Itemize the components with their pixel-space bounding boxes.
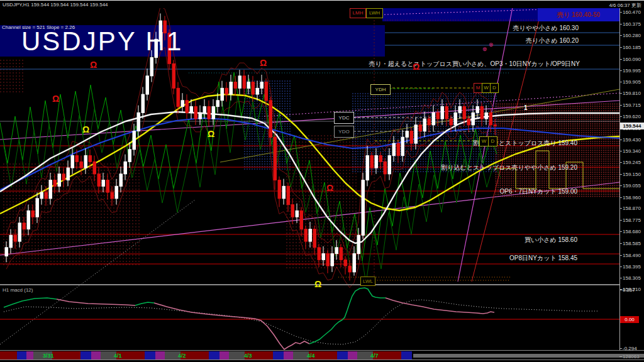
chart-shape <box>216 101 219 107</box>
chart-shape <box>375 156 378 168</box>
chart-shape <box>265 82 268 101</box>
price-axis-label: 158.960 <box>623 195 641 200</box>
chart-shape <box>476 107 479 113</box>
chart-shape <box>340 248 343 260</box>
price-axis-label: 159.340 <box>623 148 641 154</box>
chart-shape <box>256 88 259 94</box>
price-annotation: 売りやや小さめ 160.30 <box>513 24 579 33</box>
price-axis-label: 158.775 <box>623 217 641 223</box>
price-axis-label: 160.470 <box>623 9 641 15</box>
level-tag-lwh: LWH <box>366 8 383 18</box>
panel-separator <box>0 284 644 285</box>
chart-shape <box>93 162 96 174</box>
candle <box>278 177 281 207</box>
level-tag-w: W <box>479 136 489 146</box>
chart-shape <box>335 248 338 254</box>
chart-shape <box>480 107 484 119</box>
price-axis-label: 159.905 <box>623 79 641 85</box>
chart-shape <box>252 82 255 95</box>
omega-marker-red: Ω <box>90 60 97 70</box>
price-axis-label: 160.375 <box>623 21 641 27</box>
macd-zero-tag: 0.00 <box>620 316 639 323</box>
chart-shape <box>384 162 387 174</box>
price-axis-label: 159.245 <box>623 160 641 165</box>
chart-shape <box>203 107 206 113</box>
chart-shape <box>309 229 312 242</box>
timeline-segment <box>155 351 165 359</box>
level-tag-ydc: YDC <box>334 112 354 124</box>
chart-shape <box>150 58 153 76</box>
chart-shape <box>208 107 211 119</box>
chart-shape <box>287 186 290 204</box>
timeline-date-label: 3/31 <box>43 353 54 359</box>
chart-shape <box>454 112 457 125</box>
omega-marker-red: Ω <box>326 183 333 193</box>
candle <box>199 106 202 125</box>
chart-shape <box>23 223 26 229</box>
timeline-date-label: 4/2 <box>178 353 186 359</box>
macd-axis-bottom: -0.294 <box>623 346 637 351</box>
chart-shape <box>344 260 347 266</box>
timeline-segment <box>219 351 229 359</box>
timeline-date-label: 4/4 <box>307 353 315 359</box>
omega-marker-yellow: Ω <box>314 279 321 289</box>
chart-shape <box>142 94 145 112</box>
price-axis-label: 159.620 <box>623 114 641 119</box>
timeline-segment <box>209 351 219 359</box>
chart-shape <box>221 88 224 101</box>
symbol-ohlc-readout: USDJPY,H1 159.544 159.544 159.544 159.54… <box>3 2 108 8</box>
timeline-date-label: 4/1 <box>114 353 122 359</box>
macd-axis-extra: 128063 <box>623 354 640 359</box>
sell-zone-label: 売り 160.40-50 <box>538 8 619 21</box>
timeline-segment <box>52 351 80 359</box>
chart-shape <box>463 107 466 119</box>
chart-shape <box>419 125 422 131</box>
chart-shape <box>49 180 52 199</box>
wave-count-label: 1 <box>524 104 528 111</box>
chart-shape <box>230 82 233 95</box>
candle <box>221 81 224 107</box>
chart-shape <box>494 125 497 126</box>
candle <box>208 101 211 126</box>
chart-shape <box>326 254 330 266</box>
chart-shape <box>124 162 127 174</box>
candle <box>181 93 184 112</box>
current-price-tag: 159.544 <box>620 123 644 129</box>
chart-shape <box>489 112 492 125</box>
timeline-segment <box>80 351 91 359</box>
omega-marker-red: Ω <box>52 94 59 104</box>
price-annotation: OP8日NYカット 158.45 <box>509 254 577 263</box>
macd-main-line <box>57 299 135 305</box>
timeline-segment <box>145 351 155 359</box>
chart-shape <box>133 131 136 150</box>
chart-shape <box>80 162 83 168</box>
candle <box>238 70 242 94</box>
timeline-segment <box>229 351 245 359</box>
omega-marker-yellow: Ω <box>82 124 89 134</box>
chart-shape <box>84 156 87 168</box>
circle-x-marker: ⊗ <box>482 46 487 52</box>
chart-shape <box>181 101 184 107</box>
price-axis-label: 158.490 <box>623 253 641 258</box>
chart-shape <box>304 229 308 242</box>
title-bar: USDJPY,H1 159.544 159.544 159.544 159.54… <box>0 0 644 8</box>
channel-info-text: Channel size = 521 Slope = 2.26 <box>2 25 75 30</box>
candle <box>362 173 365 239</box>
price-annotation: 売り小さめ 160.20 <box>526 36 579 45</box>
timeline-segment <box>26 351 33 359</box>
chart-shape <box>401 137 404 155</box>
omega-marker-yellow: Ω <box>208 129 214 139</box>
chart-shape <box>458 107 462 113</box>
chart-shape <box>445 107 448 119</box>
chart-shape <box>291 205 294 217</box>
price-axis[interactable]: 160.470160.375160.280160.185160.090159.9… <box>619 8 644 350</box>
timeline-tail <box>413 354 644 358</box>
candle <box>142 87 145 119</box>
chart-shape <box>296 211 299 217</box>
chart-shape <box>177 88 180 106</box>
level-tag-d: D <box>490 83 499 93</box>
timeline-bar[interactable]: 3/314/14/24/34/44/7 <box>0 351 644 359</box>
chart-shape <box>260 82 264 89</box>
chart-shape <box>115 186 118 199</box>
chart-shape <box>40 192 43 199</box>
